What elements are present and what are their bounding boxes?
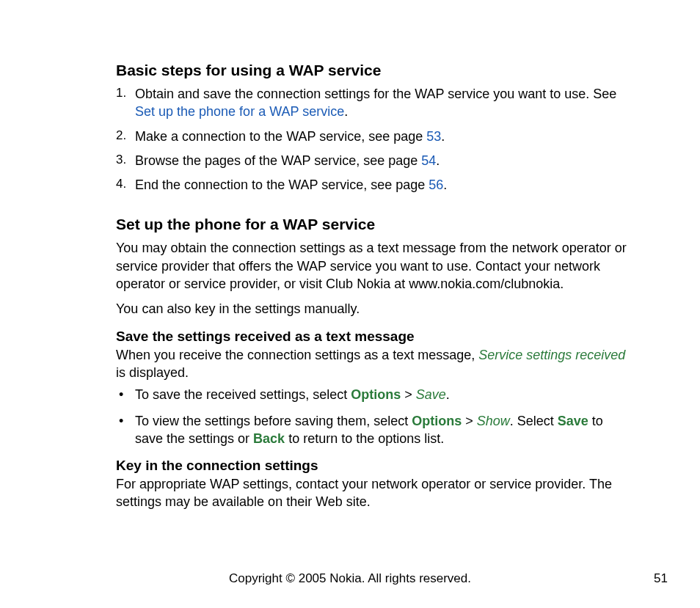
paragraph-key-in: For appropriate WAP settings, contact yo… [116,475,632,511]
page-number: 51 [654,571,668,586]
link-page-54[interactable]: 54 [421,153,436,168]
step-text-tail: . [443,177,447,192]
list-item: To view the settings before saving them,… [116,412,632,448]
link-page-53[interactable]: 53 [426,129,441,144]
ordered-steps-list: Obtain and save the connection settings … [116,85,632,194]
step-text-tail: . [436,153,440,168]
text-fragment: . [446,387,450,402]
step-text: Make a connection to the WAP service, se… [135,129,426,144]
ui-label-save: Save [416,387,446,402]
text-fragment: When you receive the connection settings… [116,348,478,362]
paragraph-save-intro: When you receive the connection settings… [116,346,632,382]
link-page-56[interactable]: 56 [429,177,443,192]
paragraph-setup-manual: You can also key in the settings manuall… [116,300,632,318]
heading-key-in-settings: Key in the connection settings [116,458,632,474]
list-item: To save the received settings, select Op… [116,386,632,403]
step-text: Browse the pages of the WAP service, see… [135,153,421,168]
ui-label-options: Options [412,414,462,428]
heading-save-settings: Save the settings received as a text mes… [116,329,632,345]
text-fragment: . Select [510,414,558,428]
step-text-tail: . [441,129,445,144]
text-fragment: to return to the options list. [285,431,444,446]
heading-basic-steps: Basic steps for using a WAP service [116,62,632,79]
copyright-notice: Copyright © 2005 Nokia. All rights reser… [0,571,700,586]
bullet-list-save-options: To save the received settings, select Op… [116,386,632,447]
separator-gt: > [401,387,416,402]
step-item: Obtain and save the connection settings … [116,85,632,121]
ui-label-service-settings-received: Service settings received [478,348,625,362]
ui-label-save: Save [558,414,588,428]
step-item: Browse the pages of the WAP service, see… [116,152,632,169]
separator-gt: > [462,414,477,428]
text-fragment: is displayed. [116,365,189,380]
step-item: End the connection to the WAP service, s… [116,176,632,194]
heading-setup-phone: Set up the phone for a WAP service [116,216,632,233]
step-text: End the connection to the WAP service, s… [135,177,429,192]
text-fragment: To view the settings before saving them,… [135,414,412,428]
ui-label-back: Back [253,431,285,446]
step-item: Make a connection to the WAP service, se… [116,128,632,145]
step-text-tail: . [344,104,348,119]
text-fragment: To save the received settings, select [135,387,351,402]
ui-label-show: Show [477,414,510,428]
step-text: Obtain and save the connection settings … [135,87,616,101]
ui-label-options: Options [351,387,401,402]
paragraph-setup-intro: You may obtain the connection settings a… [116,239,632,293]
page-footer: Copyright © 2005 Nokia. All rights reser… [0,571,700,586]
document-page: Basic steps for using a WAP service Obta… [0,0,700,511]
link-setup-wap[interactable]: Set up the phone for a WAP service [135,104,344,119]
